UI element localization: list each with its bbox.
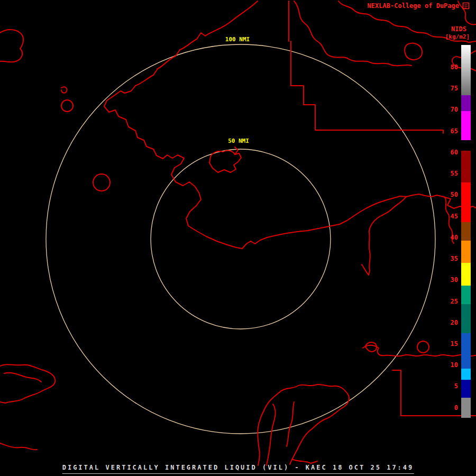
colorbar-tick: 20 (442, 318, 458, 327)
nexlab-logo-icon (462, 2, 470, 10)
small-mark (61, 87, 67, 93)
colorbar-tick: 15 (442, 340, 458, 348)
delta-channel-2 (287, 402, 294, 446)
header: NEXLAB-College of DuPage (368, 2, 470, 10)
colorbar-segment (461, 380, 471, 398)
legend-title: NIDS (451, 25, 466, 33)
river-northeast-1 (294, 1, 411, 66)
delta-channel-1 (267, 404, 276, 465)
range-ring-50nmi (151, 149, 331, 329)
colorbar-segment (461, 333, 471, 369)
colorbar-tick: 30 (442, 276, 458, 284)
colorbar-segment (461, 45, 471, 95)
colorbar-tick: 60 (442, 148, 458, 157)
colorbar-segment (461, 263, 471, 286)
bottom-right-loop (365, 342, 377, 352)
ring-label-100nmi: 100 NMI (225, 36, 250, 43)
colorbar-ticks: 80757065605550454035302520151050 (442, 45, 458, 418)
ring-labels: 100 NMI 50 NMI (222, 35, 253, 144)
ring-label-50nmi: 50 NMI (228, 138, 249, 144)
colorbar-tick: 25 (442, 297, 458, 306)
left-blob (0, 30, 23, 62)
radar-map: 100 NMI 50 NMI (0, 0, 476, 476)
colorbar-tick: 55 (442, 169, 458, 178)
colorbar-segment (461, 286, 471, 304)
river-loop (405, 43, 422, 60)
small-lake-3 (417, 341, 429, 353)
bay-islet (209, 151, 241, 172)
colorbar-tick: 40 (442, 233, 458, 242)
colorbar-segment (461, 398, 471, 418)
colorbar-tick: 0 (442, 404, 458, 412)
colorbar-segment (461, 140, 471, 151)
colorbar (461, 45, 471, 418)
delta-outline-right (279, 385, 349, 464)
colorbar-tick: 70 (442, 105, 458, 114)
right-mid-boundary (362, 233, 370, 275)
range-ring-100nmi (46, 44, 435, 434)
colorbar-segment (461, 304, 471, 333)
colorbar-segment (461, 241, 471, 263)
colorbar-tick: 5 (442, 382, 458, 390)
radar-display: 100 NMI 50 NMI NEXLAB-College of DuPage … (0, 0, 476, 476)
colorbar-tick: 45 (442, 212, 458, 221)
county-lines (289, 1, 443, 133)
bottom-left-island (0, 364, 55, 403)
legend-units: [kg/m2] (445, 33, 470, 40)
small-lake-2 (93, 174, 110, 191)
colorbar-tick: 35 (442, 254, 458, 263)
bottom-right-shore (363, 345, 476, 356)
colorbar-segment (461, 222, 471, 241)
colorbar-tick: 75 (442, 84, 458, 93)
delta-tail (292, 459, 317, 463)
map-lines (0, 1, 476, 465)
colorbar-tick: 50 (442, 190, 458, 199)
colorbar-segment (461, 151, 471, 182)
colorbar-segment (461, 111, 471, 140)
colorbar-tick: 80 (442, 63, 458, 71)
small-lake-1 (61, 100, 73, 112)
coastline-main (104, 1, 476, 249)
bottom-left-inner (4, 373, 41, 382)
header-title: NEXLAB-College of DuPage (368, 2, 459, 10)
colorbar-segment (461, 369, 471, 380)
colorbar-segment (461, 182, 471, 222)
bottom-left-shore (0, 443, 37, 450)
caption: DIGITAL VERTICALLY INTEGRATED LIQUID (VI… (62, 464, 414, 474)
colorbar-segment (461, 95, 471, 111)
range-rings (46, 44, 435, 434)
colorbar-tick: 10 (442, 361, 458, 369)
right-mid-shore (369, 197, 406, 233)
colorbar-tick: 65 (442, 127, 458, 135)
